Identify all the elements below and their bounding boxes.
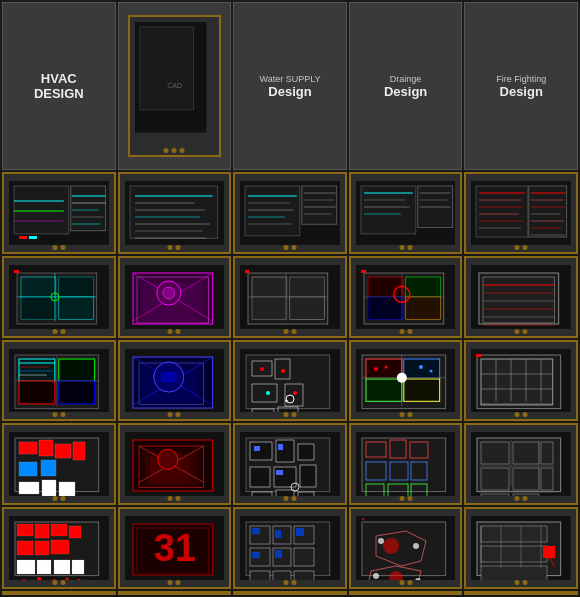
header-drainage: Drainge Design <box>349 2 463 170</box>
drawing-r5c1: ■■■ <box>2 507 116 589</box>
cad-r4c4 <box>356 432 456 496</box>
svg-rect-206 <box>254 446 260 451</box>
svg-rect-117 <box>59 359 95 382</box>
svg-point-156 <box>384 365 387 368</box>
svg-rect-208 <box>276 470 283 475</box>
drawing-r5c5 <box>464 507 578 589</box>
svg-rect-119 <box>59 380 95 403</box>
svg-rect-181 <box>59 482 75 496</box>
svg-rect-251 <box>54 560 70 574</box>
drainage-big: Design <box>384 84 427 99</box>
svg-point-283 <box>378 538 384 544</box>
drawing-r2c3 <box>233 256 347 338</box>
drawing-r1c4 <box>349 172 463 254</box>
drawing-r6c5 <box>464 591 578 595</box>
svg-rect-151 <box>404 379 440 401</box>
cad-r3c1 <box>9 349 109 413</box>
cad-r5c3 <box>240 516 340 580</box>
svg-text:✦: ✦ <box>284 398 289 404</box>
cad-r1c4 <box>356 181 456 245</box>
cad-r4c3 <box>240 432 340 496</box>
svg-rect-93 <box>406 277 441 299</box>
svg-rect-291 <box>481 546 547 562</box>
svg-rect-83 <box>252 277 287 299</box>
svg-rect-176 <box>73 442 85 460</box>
drawing-r1c5 <box>464 172 578 254</box>
cad-r2c2 <box>125 265 225 329</box>
svg-point-154 <box>397 372 407 382</box>
svg-rect-118 <box>19 380 55 403</box>
svg-rect-1 <box>140 27 194 110</box>
cad-r2c1 <box>9 265 109 329</box>
svg-rect-205 <box>298 492 314 496</box>
svg-rect-148 <box>366 359 402 381</box>
svg-rect-197 <box>250 442 272 460</box>
drawing-r2c2 <box>118 256 232 338</box>
svg-text:31: 31 <box>153 527 195 569</box>
svg-rect-270 <box>294 548 314 566</box>
svg-rect-230 <box>541 442 553 464</box>
drawing-r6c3 <box>233 591 347 595</box>
svg-rect-48 <box>476 186 528 237</box>
cad-r1c1 <box>9 181 109 245</box>
svg-point-285 <box>373 573 379 579</box>
cad-r4c1 <box>9 432 109 496</box>
cad-r5c5 <box>471 516 571 580</box>
svg-rect-250 <box>37 560 51 574</box>
cad-r5c1: ■■■ <box>9 516 109 580</box>
svg-rect-247 <box>35 541 49 555</box>
drawing-r4c3 <box>233 423 347 505</box>
fire-big: Design <box>500 84 543 99</box>
svg-rect-149 <box>404 359 440 381</box>
svg-rect-68 <box>59 297 94 319</box>
cad-r1c5 <box>471 181 571 245</box>
svg-rect-233 <box>541 468 553 490</box>
svg-rect-249 <box>17 560 35 574</box>
svg-rect-248 <box>51 540 69 554</box>
svg-rect-102 <box>483 277 555 323</box>
svg-rect-129 <box>160 372 176 382</box>
svg-rect-32 <box>302 186 337 224</box>
svg-rect-245 <box>69 526 81 538</box>
svg-rect-99 <box>361 270 366 273</box>
drawing-r6c2 <box>118 591 232 595</box>
drawing-r3c5 <box>464 340 578 422</box>
svg-rect-232 <box>513 468 539 490</box>
cad-r2c5 <box>471 265 571 329</box>
svg-rect-252 <box>72 560 84 574</box>
svg-rect-231 <box>481 468 509 490</box>
svg-rect-211 <box>362 438 446 492</box>
svg-point-139 <box>281 369 285 373</box>
fire-small: Fire Fighting <box>496 74 546 84</box>
cad-r5c2: 31 <box>125 516 225 580</box>
cad-r1c2 <box>125 181 225 245</box>
svg-rect-198 <box>276 440 294 462</box>
svg-rect-290 <box>481 526 547 542</box>
svg-point-140 <box>293 391 297 395</box>
svg-rect-180 <box>42 480 56 496</box>
svg-rect-203 <box>252 492 272 496</box>
cad-r3c5 <box>471 349 571 413</box>
drawing-r4c4 <box>349 423 463 505</box>
drainage-small: Drainge <box>390 74 422 84</box>
svg-point-194 <box>157 450 177 470</box>
svg-rect-271 <box>250 571 270 580</box>
svg-rect-15 <box>29 236 37 239</box>
drawing-r2c5 <box>464 256 578 338</box>
cad-r3c4 <box>356 349 456 413</box>
cad-r4c2 <box>125 432 225 496</box>
drawing-r5c3 <box>233 507 347 589</box>
drawing-r3c2 <box>118 340 232 422</box>
header-empty: CAD <box>118 2 232 170</box>
svg-rect-246 <box>17 541 33 555</box>
svg-rect-112 <box>19 359 55 382</box>
svg-rect-17 <box>130 186 218 238</box>
svg-rect-178 <box>41 460 56 476</box>
drawing-r4c2 <box>118 423 232 505</box>
svg-rect-4 <box>14 186 69 234</box>
svg-rect-228 <box>481 442 509 464</box>
svg-point-138 <box>260 367 264 371</box>
svg-rect-94 <box>368 297 403 319</box>
svg-rect-275 <box>275 530 281 538</box>
svg-rect-95 <box>406 297 441 319</box>
